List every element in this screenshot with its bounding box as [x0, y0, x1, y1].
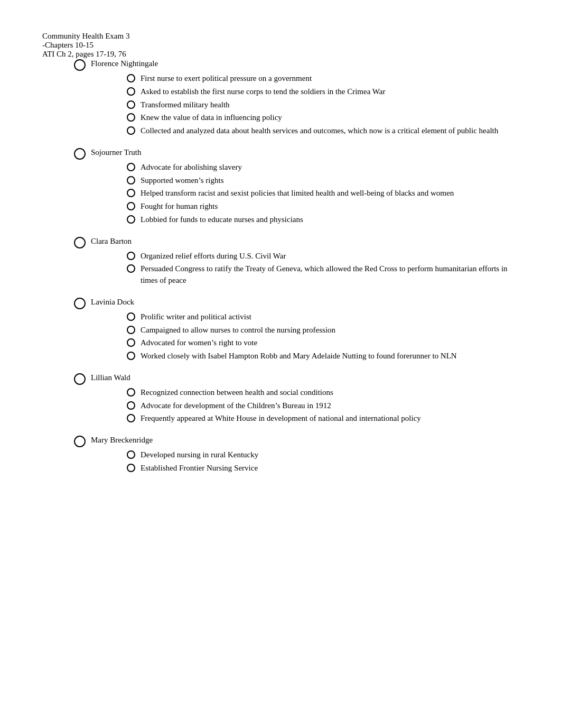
section-label-florence-nightingale: Florence Nightingale	[91, 59, 158, 68]
list-item: First nurse to exert political pressure …	[127, 73, 519, 85]
level2-bullet	[127, 87, 135, 96]
section-label-lavinia-dock: Lavinia Dock	[91, 297, 134, 307]
level2-bullet	[127, 163, 135, 171]
list-item: Persuaded Congress to ratify the Treaty …	[127, 263, 519, 287]
level1-bullet-lavinia-dock	[74, 298, 86, 309]
level2-bullet	[127, 464, 135, 472]
list-item: Supported women’s rights	[127, 175, 519, 187]
list-item: Knew the value of data in influencing po…	[127, 112, 519, 124]
level2-bullet	[127, 126, 135, 135]
subitems-clara-barton: Organized relief efforts during U.S. Civ…	[127, 251, 519, 287]
level2-bullet	[127, 100, 135, 109]
list-item: Organized relief efforts during U.S. Civ…	[127, 251, 519, 262]
list-item: Asked to establish the first nurse corps…	[127, 86, 519, 98]
list-item: Fought for human rights	[127, 201, 519, 213]
list-item-text: Frequently appeared at White House in de…	[141, 413, 421, 425]
level1-bullet-clara-barton	[74, 237, 86, 248]
list-item-text: Advocate for development of the Children…	[141, 400, 331, 412]
section-label-mary-breckenridge: Mary Breckenridge	[91, 435, 153, 445]
list-item-text: Fought for human rights	[141, 201, 218, 213]
list-item: Developed nursing in rural Kentucky	[127, 449, 519, 461]
header-line3: ATI Ch 2, pages 17-19, 76	[42, 50, 519, 59]
level2-bullet	[127, 326, 135, 334]
list-item-text: Organized relief efforts during U.S. Civ…	[141, 251, 286, 262]
list-item-text: Lobbied for funds to educate nurses and …	[141, 214, 303, 226]
list-item-text: Developed nursing in rural Kentucky	[141, 449, 258, 461]
list-item: Advocate for development of the Children…	[127, 400, 519, 412]
list-item-text: Asked to establish the first nurse corps…	[141, 86, 385, 98]
level2-bullet	[127, 352, 135, 360]
section-label-sojourner-truth: Sojourner Truth	[91, 148, 141, 157]
list-item-text: Advocate for abolishing slavery	[141, 162, 242, 173]
list-item-text: Knew the value of data in influencing po…	[141, 112, 282, 124]
section-lillian-wald: Lillian WaldRecognized connection betwee…	[74, 373, 519, 425]
header: Community Health Exam 3 -Chapters 10-15 …	[42, 32, 519, 59]
list-item: Collected and analyzed data about health…	[127, 125, 519, 137]
section-sojourner-truth: Sojourner TruthAdvocate for abolishing s…	[74, 148, 519, 226]
level2-bullet	[127, 264, 135, 273]
list-item-text: First nurse to exert political pressure …	[141, 73, 312, 85]
subitems-mary-breckenridge: Developed nursing in rural KentuckyEstab…	[127, 449, 519, 474]
level2-bullet	[127, 202, 135, 210]
header-line2: -Chapters 10-15	[42, 41, 519, 50]
list-item: Advocate for abolishing slavery	[127, 162, 519, 173]
list-item-text: Prolific writer and political activist	[141, 311, 251, 323]
level2-bullet	[127, 189, 135, 197]
level2-bullet	[127, 414, 135, 422]
section-florence-nightingale: Florence NightingaleFirst nurse to exert…	[74, 59, 519, 137]
list-item-text: Campaigned to allow nurses to control th…	[141, 325, 335, 336]
level2-bullet	[127, 176, 135, 185]
subitems-sojourner-truth: Advocate for abolishing slaverySupported…	[127, 162, 519, 226]
list-item-text: Collected and analyzed data about health…	[141, 125, 498, 137]
outline: Florence NightingaleFirst nurse to exert…	[42, 59, 519, 474]
list-item: Transformed military health	[127, 99, 519, 111]
subitems-lillian-wald: Recognized connection between health and…	[127, 387, 519, 425]
section-lavinia-dock: Lavinia DockProlific writer and politica…	[74, 297, 519, 362]
list-item-text: Persuaded Congress to ratify the Treaty …	[141, 263, 510, 287]
list-item-text: Helped transform racist and sexist polic…	[141, 188, 454, 199]
subitems-lavinia-dock: Prolific writer and political activistCa…	[127, 311, 519, 362]
level2-bullet	[127, 401, 135, 410]
level1-bullet-sojourner-truth	[74, 148, 86, 160]
list-item: Established Frontier Nursing Service	[127, 463, 519, 474]
section-label-clara-barton: Clara Barton	[91, 236, 132, 246]
list-item: Worked closely with Isabel Hampton Robb …	[127, 351, 519, 362]
level2-bullet	[127, 312, 135, 321]
list-item-text: Advocated for women’s right to vote	[141, 337, 257, 349]
level1-bullet-mary-breckenridge	[74, 436, 86, 447]
list-item: Recognized connection between health and…	[127, 387, 519, 399]
list-item: Helped transform racist and sexist polic…	[127, 188, 519, 199]
list-item-text: Established Frontier Nursing Service	[141, 463, 258, 474]
level1-bullet-florence-nightingale	[74, 59, 86, 71]
list-item-text: Recognized connection between health and…	[141, 387, 333, 399]
list-item-text: Worked closely with Isabel Hampton Robb …	[141, 351, 457, 362]
section-mary-breckenridge: Mary BreckenridgeDeveloped nursing in ru…	[74, 435, 519, 474]
level2-bullet	[127, 74, 135, 82]
level2-bullet	[127, 338, 135, 347]
section-clara-barton: Clara BartonOrganized relief efforts dur…	[74, 236, 519, 287]
level2-bullet	[127, 252, 135, 260]
level2-bullet	[127, 388, 135, 397]
level2-bullet	[127, 215, 135, 224]
list-item: Prolific writer and political activist	[127, 311, 519, 323]
level1-bullet-lillian-wald	[74, 373, 86, 385]
list-item: Frequently appeared at White House in de…	[127, 413, 519, 425]
list-item: Campaigned to allow nurses to control th…	[127, 325, 519, 336]
subitems-florence-nightingale: First nurse to exert political pressure …	[127, 73, 519, 137]
level2-bullet	[127, 113, 135, 122]
level2-bullet	[127, 450, 135, 459]
list-item: Advocated for women’s right to vote	[127, 337, 519, 349]
header-line1: Community Health Exam 3	[42, 32, 519, 41]
list-item: Lobbied for funds to educate nurses and …	[127, 214, 519, 226]
list-item-text: Supported women’s rights	[141, 175, 224, 187]
section-label-lillian-wald: Lillian Wald	[91, 373, 130, 382]
list-item-text: Transformed military health	[141, 99, 230, 111]
